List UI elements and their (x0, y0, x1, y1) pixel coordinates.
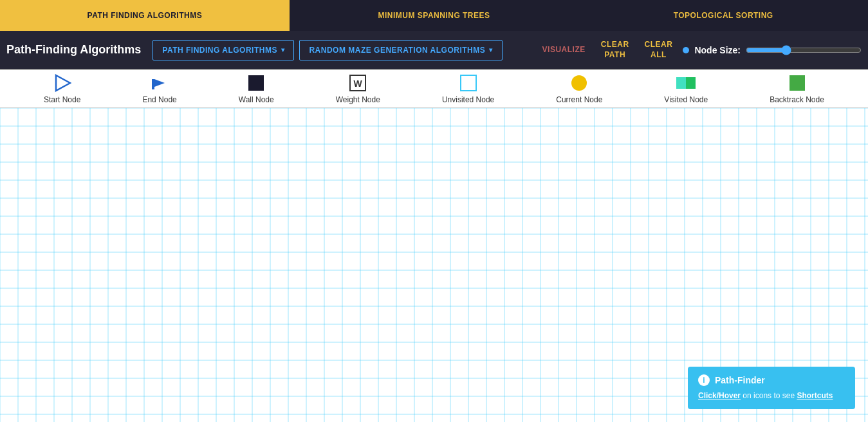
nav-minimum-spanning[interactable]: MINIMUM SPANNING TREES (290, 0, 579, 31)
svg-rect-1 (152, 79, 154, 89)
backtrack-node-icon (788, 73, 807, 93)
svg-marker-0 (56, 75, 70, 91)
wall-node-icon (246, 73, 266, 93)
info-icon: i (698, 374, 710, 386)
start-node-icon (53, 73, 72, 93)
legend-bar: Start Node End Node Wall Node W Weight N… (0, 69, 868, 108)
svg-point-7 (571, 75, 587, 91)
visited-node-label: Visited Node (664, 95, 708, 104)
unvisited-node-icon (459, 73, 478, 93)
clear-all-button[interactable]: CLEARALL (640, 37, 678, 62)
node-size-label: Node Size: (694, 45, 741, 55)
svg-text:W: W (354, 78, 363, 89)
nav-topological[interactable]: TOPOLOGICAL SORTING (578, 0, 868, 31)
current-node-icon (569, 73, 589, 93)
page-title: Path-Finding Algorithms (6, 43, 141, 57)
svg-rect-9 (686, 77, 696, 89)
clear-path-button[interactable]: CLEARPATH (596, 37, 634, 62)
second-bar: Path-Finding Algorithms PATH FINDING ALG… (0, 31, 868, 69)
svg-rect-8 (676, 77, 686, 89)
path-algo-dropdown[interactable]: PATH FINDING ALGORITHMS ▾ (152, 40, 294, 60)
tooltip-title-text: Path-Finder (715, 375, 765, 385)
legend-visited-node: Visited Node (664, 73, 708, 104)
legend-wall-node: Wall Node (239, 73, 274, 104)
node-size-dot (683, 47, 689, 53)
end-node-label: End Node (142, 95, 176, 104)
click-hover-link[interactable]: Click/Hover (698, 391, 741, 400)
legend-end-node: End Node (142, 73, 176, 104)
legend-start-node: Start Node (44, 73, 80, 104)
legend-unvisited-node: Unvisited Node (442, 73, 494, 104)
node-size-container: Node Size: (683, 45, 862, 55)
maze-algo-dropdown[interactable]: RANDOM MAZE GENERATION ALGORITHMS ▾ (299, 40, 502, 60)
svg-rect-3 (248, 75, 264, 91)
svg-rect-6 (461, 75, 476, 91)
tooltip-body: Click/Hover on icons to see Shortcuts (698, 390, 845, 401)
grid-container[interactable]: i Path-Finder Click/Hover on icons to se… (0, 108, 868, 422)
legend-weight-node: W Weight Node (336, 73, 380, 104)
legend-current-node: Current Node (556, 73, 602, 104)
path-algo-label: PATH FINDING ALGORITHMS (162, 46, 277, 55)
weight-node-label: Weight Node (336, 95, 380, 104)
wall-node-label: Wall Node (239, 95, 274, 104)
current-node-label: Current Node (556, 95, 602, 104)
top-nav: PATH FINDING ALGORITHMS MINIMUM SPANNING… (0, 0, 868, 31)
maze-algo-label: RANDOM MAZE GENERATION ALGORITHMS (309, 46, 485, 55)
visualize-button[interactable]: VISUALIZE (537, 42, 591, 58)
node-size-slider[interactable] (746, 45, 862, 55)
backtrack-node-label: Backtrack Node (770, 95, 824, 104)
tooltip-title: i Path-Finder (698, 374, 845, 386)
shortcuts-link[interactable]: Shortcuts (797, 391, 833, 400)
dropdown-arrow-2: ▾ (489, 46, 493, 53)
legend-backtrack-node: Backtrack Node (770, 73, 824, 104)
end-node-icon (150, 73, 169, 93)
dropdown-arrow-1: ▾ (281, 46, 285, 53)
tooltip-body-mid: on icons to see (741, 391, 797, 400)
svg-marker-2 (154, 79, 165, 87)
nav-path-finding[interactable]: PATH FINDING ALGORITHMS (0, 0, 290, 31)
unvisited-node-label: Unvisited Node (442, 95, 494, 104)
svg-rect-10 (790, 75, 805, 91)
start-node-label: Start Node (44, 95, 80, 104)
tooltip-box: i Path-Finder Click/Hover on icons to se… (688, 367, 855, 409)
weight-node-icon: W (348, 73, 367, 93)
visited-node-icon (676, 73, 696, 93)
